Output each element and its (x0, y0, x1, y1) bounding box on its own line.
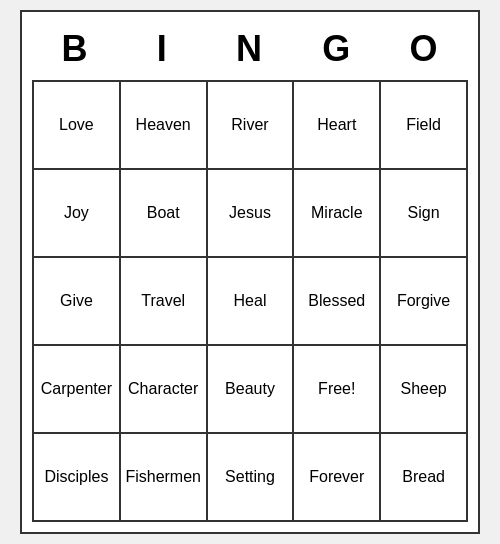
bingo-cell-r0-c3: Heart (294, 82, 381, 170)
header-letter-o: O (381, 22, 468, 76)
cell-text: Joy (64, 204, 89, 222)
bingo-cell-r3-c1: Character (121, 346, 208, 434)
header-letter-i: I (119, 22, 206, 76)
cell-text: Setting (225, 468, 275, 486)
bingo-cell-r0-c4: Field (381, 82, 468, 170)
cell-text: Field (406, 116, 441, 134)
bingo-cell-r1-c3: Miracle (294, 170, 381, 258)
bingo-cell-r2-c4: Forgive (381, 258, 468, 346)
bingo-card: BINGO LoveHeavenRiverHeartFieldJoyBoatJe… (20, 10, 480, 534)
cell-text: Carpenter (41, 380, 112, 398)
bingo-header: BINGO (32, 22, 468, 76)
bingo-cell-r4-c2: Setting (208, 434, 295, 522)
bingo-cell-r2-c2: Heal (208, 258, 295, 346)
cell-text: Travel (141, 292, 185, 310)
cell-text: Sign (408, 204, 440, 222)
bingo-grid: LoveHeavenRiverHeartFieldJoyBoatJesusMir… (32, 80, 468, 522)
bingo-cell-r3-c2: Beauty (208, 346, 295, 434)
header-letter-n: N (206, 22, 293, 76)
bingo-cell-r0-c0: Love (34, 82, 121, 170)
cell-text: Miracle (311, 204, 363, 222)
bingo-cell-r1-c2: Jesus (208, 170, 295, 258)
cell-text: Disciples (44, 468, 108, 486)
bingo-cell-r0-c2: River (208, 82, 295, 170)
cell-text: Beauty (225, 380, 275, 398)
bingo-cell-r1-c0: Joy (34, 170, 121, 258)
cell-text: Love (59, 116, 94, 134)
cell-text: Give (60, 292, 93, 310)
cell-text: Character (128, 380, 198, 398)
bingo-cell-r4-c1: Fishermen (121, 434, 208, 522)
cell-text: Bread (402, 468, 445, 486)
cell-text: Forever (309, 468, 364, 486)
cell-text: Heal (234, 292, 267, 310)
cell-text: Heart (317, 116, 356, 134)
cell-text: Fishermen (125, 468, 201, 486)
bingo-cell-r1-c4: Sign (381, 170, 468, 258)
cell-text: Jesus (229, 204, 271, 222)
cell-text: Forgive (397, 292, 450, 310)
bingo-cell-r3-c3: Free! (294, 346, 381, 434)
cell-text: Blessed (308, 292, 365, 310)
bingo-cell-r4-c0: Disciples (34, 434, 121, 522)
cell-text: Heaven (136, 116, 191, 134)
bingo-cell-r2-c0: Give (34, 258, 121, 346)
bingo-cell-r0-c1: Heaven (121, 82, 208, 170)
bingo-cell-r2-c3: Blessed (294, 258, 381, 346)
bingo-cell-r1-c1: Boat (121, 170, 208, 258)
header-letter-b: B (32, 22, 119, 76)
header-letter-g: G (294, 22, 381, 76)
bingo-cell-r3-c4: Sheep (381, 346, 468, 434)
cell-text: Boat (147, 204, 180, 222)
bingo-cell-r3-c0: Carpenter (34, 346, 121, 434)
cell-text: River (231, 116, 268, 134)
cell-text: Sheep (400, 380, 446, 398)
bingo-cell-r4-c4: Bread (381, 434, 468, 522)
cell-text: Free! (318, 380, 355, 398)
bingo-cell-r2-c1: Travel (121, 258, 208, 346)
bingo-cell-r4-c3: Forever (294, 434, 381, 522)
